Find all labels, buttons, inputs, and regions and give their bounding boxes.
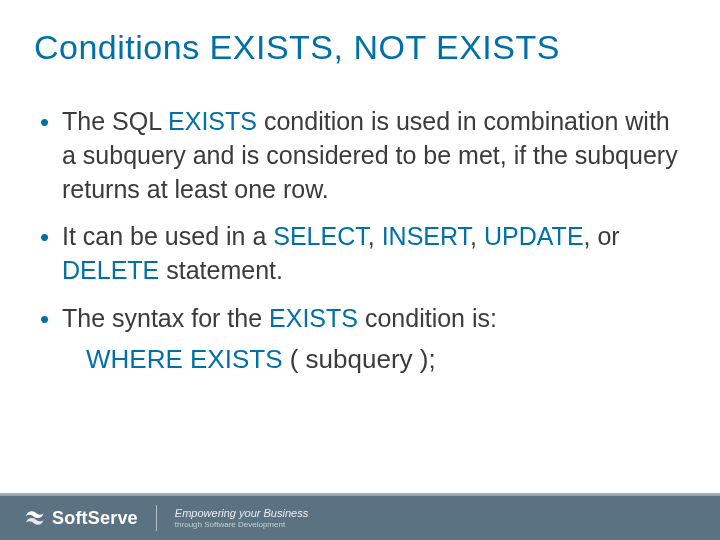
brand-name: SoftServe: [52, 508, 138, 529]
brand-logo-icon: [26, 508, 46, 528]
bullet-list: The SQL EXISTS condition is used in comb…: [34, 105, 686, 377]
keyword: DELETE: [62, 256, 159, 284]
slide: Conditions EXISTS, NOT EXISTS The SQL EX…: [0, 0, 720, 540]
text-run: The syntax for the: [62, 304, 269, 332]
text-run: ,: [470, 222, 484, 250]
tagline-sub: through Software Development: [175, 520, 308, 530]
text-run: condition is:: [358, 304, 497, 332]
bullet-item: The syntax for the EXISTS condition is:W…: [38, 302, 686, 377]
keyword: EXISTS: [168, 107, 257, 135]
text-run: ,: [368, 222, 382, 250]
tagline-main: Empowering your Business: [175, 507, 308, 520]
footer-divider: [156, 505, 157, 531]
footer-bar: SoftServe Empowering your Business throu…: [0, 496, 720, 540]
bullet-item: It can be used in a SELECT, INSERT, UPDA…: [38, 220, 686, 288]
syntax-line: WHERE EXISTS ( subquery );: [62, 342, 686, 377]
keyword: EXISTS: [269, 304, 358, 332]
brand: SoftServe: [26, 508, 138, 529]
text-run: statement.: [159, 256, 283, 284]
text-run: ( subquery );: [290, 344, 436, 374]
text-run: , or: [584, 222, 620, 250]
keyword: WHERE EXISTS: [86, 344, 290, 374]
slide-title: Conditions EXISTS, NOT EXISTS: [34, 28, 686, 67]
footer-tagline: Empowering your Business through Softwar…: [175, 507, 308, 530]
keyword: INSERT: [382, 222, 470, 250]
keyword: SELECT: [273, 222, 367, 250]
text-run: It can be used in a: [62, 222, 273, 250]
bullet-item: The SQL EXISTS condition is used in comb…: [38, 105, 686, 206]
text-run: The SQL: [62, 107, 168, 135]
keyword: UPDATE: [484, 222, 584, 250]
